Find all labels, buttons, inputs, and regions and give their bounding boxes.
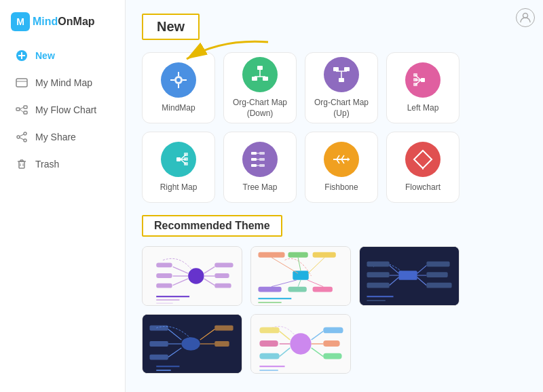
svg-rect-46 <box>413 78 417 81</box>
fishbone-card[interactable]: Fishbone <box>305 132 378 203</box>
left-map-label: Left Map <box>407 103 439 114</box>
svg-rect-77 <box>156 273 172 278</box>
sidebar-item-my-share[interactable]: My Share <box>4 123 121 151</box>
recommended-theme-title: Recommended Theme <box>142 215 282 237</box>
map-grid: MindMap Org-Chart Map(Down) <box>142 52 527 203</box>
tree-map-icon <box>242 142 278 177</box>
svg-rect-59 <box>259 158 265 161</box>
right-map-card[interactable]: Right Map <box>142 132 215 203</box>
svg-rect-7 <box>24 111 27 114</box>
svg-point-122 <box>181 337 200 351</box>
logo-icon: M <box>11 12 30 31</box>
mindmap-label: MindMap <box>162 103 195 114</box>
svg-rect-95 <box>288 287 306 292</box>
sidebar-item-trash[interactable]: Trash <box>4 151 121 178</box>
tree-map-card[interactable]: Tree Map <box>223 132 297 203</box>
new-label: New <box>35 50 55 61</box>
org-chart-down-card[interactable]: Org-Chart Map(Down) <box>223 52 297 123</box>
trash-label: Trash <box>35 159 59 170</box>
theme-card-4[interactable] <box>142 314 242 374</box>
svg-rect-75 <box>156 262 172 267</box>
svg-rect-47 <box>413 83 417 86</box>
svg-rect-142 <box>323 353 341 359</box>
svg-rect-29 <box>257 66 263 70</box>
svg-rect-85 <box>214 283 231 288</box>
svg-rect-57 <box>251 164 257 167</box>
svg-rect-48 <box>176 157 181 161</box>
svg-rect-110 <box>426 272 447 277</box>
svg-rect-92 <box>288 252 307 258</box>
main-content: New MindMap <box>126 0 543 392</box>
org-chart-down-label: Org-Chart Map(Down) <box>233 98 287 119</box>
sidebar-item-my-flow-chart[interactable]: My Flow Chart <box>4 96 121 123</box>
svg-rect-79 <box>156 283 172 288</box>
svg-rect-90 <box>293 271 308 280</box>
svg-line-13 <box>20 134 24 136</box>
svg-rect-96 <box>313 287 333 292</box>
svg-rect-93 <box>313 252 336 258</box>
logo[interactable]: M MindOnMap <box>0 7 125 42</box>
theme-card-5[interactable] <box>250 314 351 374</box>
user-icon[interactable] <box>516 8 535 27</box>
svg-rect-118 <box>367 283 389 288</box>
svg-point-12 <box>24 139 26 142</box>
theme-card-1[interactable] <box>142 246 242 306</box>
svg-rect-35 <box>333 67 339 71</box>
my-share-label: My Share <box>35 132 76 142</box>
svg-rect-108 <box>426 262 449 267</box>
svg-rect-5 <box>16 108 20 111</box>
my-flow-chart-label: My Flow Chart <box>35 104 96 115</box>
svg-point-73 <box>188 268 204 283</box>
left-map-card[interactable]: Left Map <box>386 52 460 123</box>
share-icon <box>15 130 29 144</box>
svg-rect-31 <box>263 77 268 81</box>
svg-rect-41 <box>421 78 425 82</box>
svg-point-11 <box>17 136 20 138</box>
theme-card-3[interactable] <box>359 246 460 306</box>
mindmap-icon <box>161 62 196 98</box>
svg-marker-69 <box>348 157 350 161</box>
svg-rect-36 <box>344 67 350 71</box>
svg-rect-130 <box>149 341 168 347</box>
svg-rect-94 <box>258 287 281 292</box>
svg-rect-144 <box>259 328 279 334</box>
sidebar-item-new[interactable]: New <box>4 42 121 69</box>
theme-card-2[interactable] <box>250 246 351 306</box>
svg-line-9 <box>20 109 24 113</box>
svg-rect-132 <box>149 355 168 360</box>
flow-chart-icon <box>15 103 29 117</box>
svg-rect-54 <box>184 162 188 165</box>
svg-point-136 <box>290 333 311 354</box>
svg-line-14 <box>20 138 24 140</box>
svg-rect-148 <box>259 353 279 359</box>
svg-rect-60 <box>259 164 265 167</box>
svg-rect-116 <box>367 272 389 277</box>
svg-rect-138 <box>323 328 343 334</box>
org-chart-up-icon <box>324 57 359 92</box>
org-chart-up-label: Org-Chart Map (Up) <box>305 98 377 119</box>
flowchart-card[interactable]: Flowchart <box>386 132 460 203</box>
svg-rect-55 <box>251 152 257 155</box>
svg-rect-140 <box>323 340 339 347</box>
new-icon <box>15 49 29 62</box>
svg-rect-37 <box>339 78 344 82</box>
svg-rect-45 <box>413 73 417 77</box>
mind-map-icon <box>15 76 29 90</box>
mindmap-card[interactable]: MindMap <box>142 52 215 123</box>
svg-rect-30 <box>252 77 257 81</box>
trash-icon <box>15 157 29 171</box>
sidebar: M MindOnMap New My Mind Map <box>0 0 126 392</box>
svg-line-8 <box>20 107 24 109</box>
flowchart-icon <box>405 142 441 177</box>
right-map-icon <box>161 142 196 177</box>
svg-point-10 <box>24 132 26 135</box>
svg-rect-114 <box>367 262 389 267</box>
left-map-icon <box>405 62 441 98</box>
org-chart-up-card[interactable]: Org-Chart Map (Up) <box>305 52 378 123</box>
sidebar-item-my-mind-map[interactable]: My Mind Map <box>4 69 121 96</box>
svg-rect-146 <box>259 340 278 347</box>
svg-rect-106 <box>398 271 417 280</box>
svg-rect-6 <box>24 106 27 109</box>
svg-marker-70 <box>414 151 432 168</box>
svg-rect-91 <box>258 252 284 258</box>
